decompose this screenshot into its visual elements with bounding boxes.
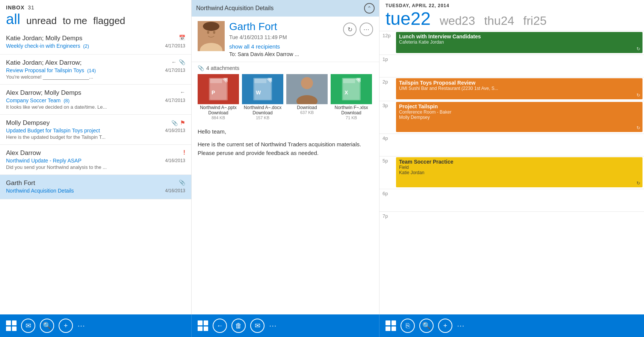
xlsx-download[interactable]: Download <box>341 110 361 115</box>
filter-to-me[interactable]: to me <box>63 16 87 26</box>
apps-button-right[interactable] <box>385 320 396 331</box>
attachment-thumb-xlsx: X <box>331 74 372 104</box>
time-slot-2p: 2p Tailspin Toys Proposal Review UMI Sus… <box>379 77 644 101</box>
docx-download[interactable]: Download <box>252 110 272 115</box>
calendar-header: TUESDAY, APRIL 22, 2014 tue22 wed23 thu2… <box>379 0 644 31</box>
pptx-name: Northwind A~.pptx <box>198 105 239 110</box>
inbox-title: INBOX 31 <box>6 5 185 11</box>
attachment-thumb-docx: W <box>242 74 283 104</box>
attachments-grid: P Northwind A~.pptx Download 884 KB <box>198 74 373 120</box>
email-subject-5: Northwind Update - Reply ASAP <box>6 158 82 164</box>
add-button-left[interactable]: + <box>59 319 73 333</box>
event-project-tailspin[interactable]: Project Tailspin Conference Room - Baker… <box>396 102 642 132</box>
attachment-thumb-pptx: P <box>198 74 239 104</box>
attachment-thumb-photo <box>286 74 328 104</box>
taskbar: ✉ 🔍 + ⋯ ← 🗑 ✉ ⋯ ⎘ 🔍 + ⋯ <box>0 314 644 337</box>
time-slot-12p: 12p Lunch with Interview Candidates Cafe… <box>379 31 644 55</box>
email-icons-1: 📅 <box>179 35 185 41</box>
event-soccer[interactable]: Team Soccer Practice Field Katie Jordan … <box>396 157 642 187</box>
attachment-icon: 📎 <box>179 59 185 65</box>
more-button-right[interactable]: ⋯ <box>457 321 465 330</box>
photo-download[interactable]: Download <box>297 105 317 110</box>
email-item-2[interactable]: Katie Jordan; Alex Darrow; ← 📎 Review Pr… <box>0 55 191 85</box>
time-events-6p <box>395 189 644 211</box>
svg-point-15 <box>301 77 313 89</box>
move-button[interactable]: ✉ <box>250 319 265 333</box>
pptx-icon: P <box>209 78 228 100</box>
time-slot-4p: 4p <box>379 134 644 156</box>
apps-button-middle[interactable] <box>198 320 208 331</box>
email-icons-6: 📎 <box>179 179 185 185</box>
attachment-icon-4: 📎 <box>171 120 178 126</box>
exclaim-icon: ! <box>183 149 185 156</box>
attachment-photo[interactable]: Download 637 KB <box>286 74 328 120</box>
email-item-5[interactable]: Alex Darrow ! Northwind Update - Reply A… <box>0 145 191 175</box>
apps-button-left[interactable] <box>6 320 17 331</box>
filter-flagged[interactable]: flagged <box>93 16 125 26</box>
email-detail-panel: Northwind Acquisition Details ⌃ <box>192 0 379 314</box>
email-item-4[interactable]: Molly Dempsey 📎 ⚑ Updated Budget for Tai… <box>0 115 191 145</box>
cal-day-fri25[interactable]: fri25 <box>523 15 547 27</box>
attachment-icon-6: 📎 <box>179 179 185 185</box>
pptx-size: 884 KB <box>212 115 225 120</box>
attachments-section: 📎 4 attachments P <box>192 62 379 123</box>
docx-size: 157 KB <box>256 115 269 120</box>
email-subject-3: Company Soccer Team (8) <box>6 97 70 103</box>
email-subject-1: Weekly check-in with Engineers (2) <box>6 43 89 49</box>
sender-avatar <box>198 21 225 51</box>
email-date-4: 4/16/2013 <box>165 128 185 133</box>
time-label-7p: 7p <box>379 212 395 234</box>
cal-day-wed23[interactable]: wed23 <box>440 15 475 27</box>
pptx-download[interactable]: Download <box>208 110 228 115</box>
recipients-link[interactable]: show all 4 recipients <box>229 43 373 50</box>
cal-day-thu24[interactable]: thu24 <box>484 15 514 27</box>
event-tailspin-review[interactable]: Tailspin Toys Proposal Review UMI Sushi … <box>396 78 642 99</box>
email-date-1: 4/17/2013 <box>165 43 185 49</box>
attachment-pptx[interactable]: P Northwind A~.pptx Download 884 KB <box>198 74 239 120</box>
email-item-1[interactable]: Katie Jordan; Molly Demps 📅 Weekly check… <box>0 30 191 55</box>
sender-action-buttons: ↻ ⋯ <box>343 23 373 36</box>
time-events-12p: Lunch with Interview Candidates Cafeteri… <box>395 31 644 55</box>
svg-rect-19 <box>343 79 355 83</box>
search-button-right[interactable]: 🔍 <box>419 319 434 333</box>
detail-content: Garth Fort Tue 4/16/2013 11:49 PM show a… <box>192 17 379 314</box>
paperclip-icon: 📎 <box>198 65 204 71</box>
filter-all[interactable]: all <box>6 12 20 26</box>
time-label-4p: 4p <box>379 134 395 156</box>
svg-point-3 <box>203 22 219 31</box>
event-tailspin-location: UMI Sushi Bar and Restaurant (2230 1st A… <box>399 86 639 91</box>
time-label-1p: 1p <box>379 55 395 77</box>
inbox-panel: INBOX 31 all unread to me flagged Katie … <box>0 0 192 314</box>
refresh-icon-project: ↻ <box>636 125 640 131</box>
svg-point-5 <box>213 31 215 34</box>
delete-button[interactable]: 🗑 <box>231 319 246 333</box>
email-item-3[interactable]: Alex Darrow; Molly Demps ← Company Socce… <box>0 85 191 115</box>
email-date-5: 4/16/2013 <box>165 158 185 163</box>
email-sender-5: Alex Darrow <box>6 149 183 157</box>
email-sender-4: Molly Dempsey <box>6 119 171 127</box>
email-item-6[interactable]: Garth Fort 📎 Northwind Acquisition Detai… <box>0 175 191 199</box>
filter-unread[interactable]: unread <box>26 16 57 26</box>
more-button[interactable]: ⋯ <box>360 23 373 36</box>
email-list: Katie Jordan; Molly Demps 📅 Weekly check… <box>0 30 191 314</box>
calculator-button[interactable]: ⎘ <box>401 319 415 333</box>
mail-button[interactable]: ✉ <box>21 319 35 333</box>
reply-button[interactable]: ↻ <box>343 23 357 36</box>
back-button[interactable]: ← <box>213 319 227 333</box>
attachments-header: 📎 4 attachments <box>198 65 373 71</box>
attachment-docx[interactable]: W Northwind A~.docx Download 157 KB <box>242 74 283 120</box>
calendar-icon: 📅 <box>179 35 185 41</box>
search-button-left[interactable]: 🔍 <box>40 319 54 333</box>
calendar-panel: TUESDAY, APRIL 22, 2014 tue22 wed23 thu2… <box>379 0 644 314</box>
collapse-button[interactable]: ⌃ <box>364 3 375 14</box>
email-subject-4: Updated Budget for Tailspin Toys project <box>6 128 100 134</box>
attachment-xlsx[interactable]: X Northwin F~.xlsx Download 71 KB <box>331 74 372 120</box>
email-greeting: Hello team, <box>198 128 373 136</box>
event-lunch[interactable]: Lunch with Interview Candidates Cafeteri… <box>396 32 642 53</box>
add-button-right[interactable]: + <box>438 319 452 333</box>
more-button-left[interactable]: ⋯ <box>77 321 86 330</box>
cal-day-tue22[interactable]: tue22 <box>385 10 431 28</box>
more-button-middle[interactable]: ⋯ <box>269 321 277 330</box>
event-soccer-title: Team Soccer Practice <box>399 159 639 165</box>
email-body: Hello team, Here is the current set of N… <box>192 123 379 162</box>
